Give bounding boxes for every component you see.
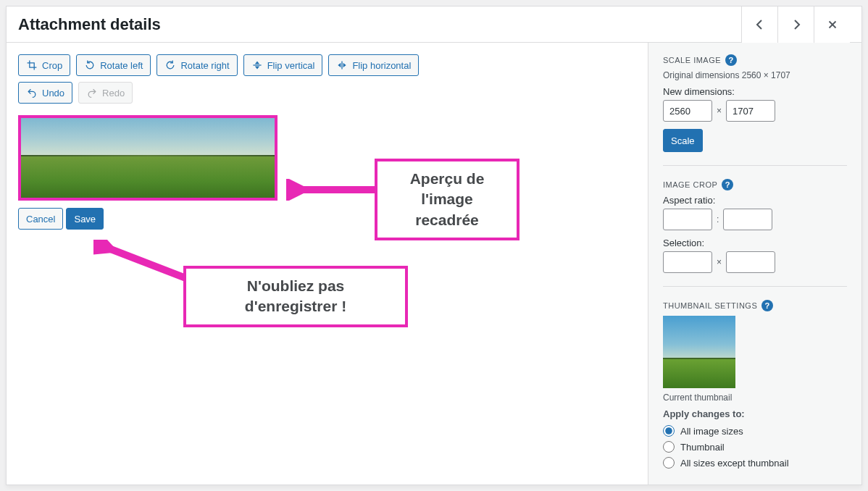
help-icon[interactable]: ?	[722, 179, 733, 190]
scale-section-title: SCALE IMAGE ?	[663, 54, 847, 66]
svg-marker-3	[254, 61, 259, 64]
modal-nav	[741, 7, 850, 43]
new-dimensions-row: ×	[663, 100, 847, 122]
selection-width-input[interactable]	[663, 251, 712, 273]
annotation-callout-save: N'oubliez pas d'enregistrer !	[183, 266, 408, 327]
aspect-ratio-label: Aspect ratio:	[663, 195, 847, 206]
selection-row: ×	[663, 251, 847, 273]
crop-button[interactable]: Crop	[18, 54, 70, 76]
preview-grass	[21, 156, 275, 198]
editor-toolbar: Crop Rotate left Rotate right Flip verti…	[18, 54, 636, 76]
image-preview[interactable]	[18, 115, 277, 201]
flip-vertical-icon	[251, 59, 263, 71]
current-thumbnail-label: Current thumbnail	[663, 393, 847, 403]
svg-marker-4	[254, 67, 259, 70]
separator	[663, 165, 847, 166]
apply-all-row[interactable]: All image sizes	[663, 425, 847, 437]
selection-separator: ×	[717, 257, 722, 267]
redo-label: Redo	[102, 88, 125, 98]
chevron-left-icon	[753, 17, 767, 32]
modal-body: Crop Rotate left Rotate right Flip verti…	[7, 43, 861, 484]
scale-button-label: Scale	[671, 135, 695, 146]
apply-all-label: All image sizes	[680, 426, 743, 437]
aspect-separator: :	[717, 214, 719, 224]
modal-title: Attachment details	[18, 15, 161, 34]
apply-except-radio[interactable]	[663, 457, 675, 469]
scale-title-text: SCALE IMAGE	[663, 56, 721, 64]
settings-sidebar: SCALE IMAGE ? Original dimensions 2560 ×…	[648, 43, 861, 484]
selection-label: Selection:	[663, 238, 847, 248]
scale-height-input[interactable]	[726, 100, 775, 122]
flip-horizontal-icon	[336, 59, 348, 71]
crop-icon	[26, 59, 38, 71]
thumb-grass	[663, 359, 735, 388]
save-label: Save	[74, 214, 96, 224]
annotation-arrow-save	[93, 240, 195, 283]
prev-button[interactable]	[741, 7, 777, 43]
apply-thumb-radio[interactable]	[663, 441, 675, 453]
cancel-label: Cancel	[26, 214, 55, 224]
original-dimensions: Original dimensions 2560 × 1707	[663, 70, 847, 80]
flip-vertical-button[interactable]: Flip vertical	[243, 54, 323, 76]
modal-header: Attachment details	[7, 7, 861, 43]
undo-label: Undo	[42, 88, 64, 98]
history-toolbar: Undo Redo	[18, 82, 636, 104]
annotation-arrow-preview	[286, 179, 382, 201]
apply-thumb-row[interactable]: Thumbnail	[663, 441, 847, 453]
apply-changes-label: Apply changes to:	[663, 408, 847, 419]
scale-width-input[interactable]	[663, 100, 712, 122]
redo-button[interactable]: Redo	[78, 82, 133, 104]
save-button[interactable]: Save	[66, 208, 104, 230]
thumb-title-text: THUMBNAIL SETTINGS	[663, 301, 757, 310]
annotation-callout-preview: Aperçu de l'image recadrée	[375, 159, 519, 240]
help-icon[interactable]: ?	[761, 300, 773, 311]
selection-height-input[interactable]	[726, 251, 775, 273]
svg-marker-6	[338, 63, 341, 67]
rotate-left-button[interactable]: Rotate left	[76, 54, 151, 76]
thumbnail-section-title: THUMBNAIL SETTINGS ?	[663, 300, 847, 311]
separator	[663, 286, 847, 287]
rotate-left-icon	[84, 59, 96, 71]
dimension-separator: ×	[717, 106, 722, 116]
annotation-text-preview: Aperçu de l'image recadrée	[410, 170, 485, 228]
rotate-left-label: Rotate left	[100, 60, 143, 71]
close-icon	[826, 18, 839, 31]
attachment-details-modal: Attachment details Crop Rotate l	[6, 6, 862, 485]
redo-icon	[86, 87, 98, 98]
flip-vertical-label: Flip vertical	[267, 60, 315, 71]
crop-title-text: IMAGE CROP	[663, 180, 717, 189]
help-icon[interactable]: ?	[725, 54, 737, 66]
scale-button[interactable]: Scale	[663, 129, 703, 152]
thumbnail-preview	[663, 316, 735, 388]
rotate-right-button[interactable]: Rotate right	[157, 54, 237, 76]
image-editor: Crop Rotate left Rotate right Flip verti…	[7, 43, 648, 484]
editor-actions: Cancel Save	[18, 208, 636, 230]
crop-label: Crop	[42, 60, 62, 71]
apply-all-radio[interactable]	[663, 425, 675, 437]
svg-line-9	[105, 247, 188, 279]
close-button[interactable]	[814, 7, 850, 43]
undo-icon	[26, 87, 38, 98]
chevron-right-icon	[789, 17, 804, 32]
svg-marker-7	[343, 63, 346, 67]
rotate-right-icon	[164, 59, 176, 71]
apply-thumb-label: Thumbnail	[680, 442, 725, 453]
crop-section-title: IMAGE CROP ?	[663, 179, 847, 190]
aspect-width-input[interactable]	[663, 209, 712, 230]
flip-horizontal-label: Flip horizontal	[352, 60, 411, 71]
rotate-right-label: Rotate right	[180, 60, 229, 71]
aspect-ratio-row: :	[663, 209, 847, 230]
flip-horizontal-button[interactable]: Flip horizontal	[328, 54, 419, 76]
new-dimensions-label: New dimensions:	[663, 86, 847, 97]
apply-except-row[interactable]: All sizes except thumbnail	[663, 457, 847, 469]
annotation-text-save: N'oubliez pas d'enregistrer !	[245, 277, 346, 314]
apply-except-label: All sizes except thumbnail	[680, 458, 789, 469]
aspect-height-input[interactable]	[723, 209, 772, 230]
next-button[interactable]	[777, 7, 814, 43]
cancel-button[interactable]: Cancel	[18, 208, 63, 230]
undo-button[interactable]: Undo	[18, 82, 72, 104]
